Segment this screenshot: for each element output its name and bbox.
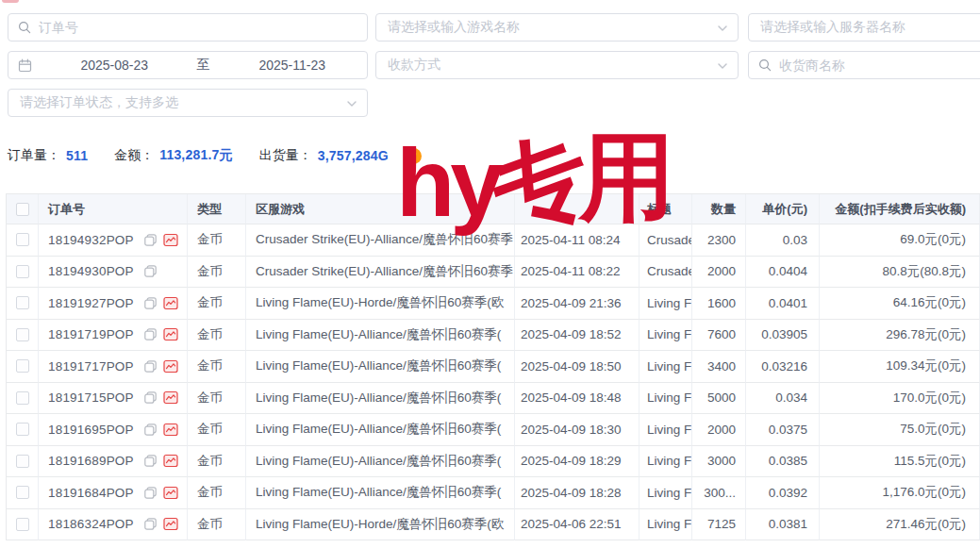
- chevron-down-icon[interactable]: [717, 60, 728, 72]
- copy-icon[interactable]: [143, 327, 158, 341]
- image-icon[interactable]: [163, 233, 178, 247]
- merchant-search-field[interactable]: [779, 58, 980, 73]
- unit-price: 0.0404: [746, 257, 820, 289]
- help-question-icon[interactable]: ?: [406, 148, 422, 164]
- header-order-time: [515, 194, 639, 224]
- copy-icon[interactable]: [143, 517, 158, 531]
- row-checkbox[interactable]: [16, 423, 29, 436]
- order-type: 金币: [188, 446, 246, 478]
- red-smudge-artifact: [2, 0, 19, 3]
- order-time: 2025-04-09 18:28: [515, 477, 639, 509]
- image-icon[interactable]: [163, 517, 178, 531]
- table-row: 18191684POP 金币 Living Flame(EU)-Alliance…: [7, 477, 980, 509]
- amount: 64.16元(0元): [820, 288, 980, 320]
- image-icon[interactable]: [163, 327, 178, 341]
- server-select[interactable]: 请选择或输入服务器名称: [748, 13, 980, 42]
- date-range-separator: 至: [190, 57, 218, 74]
- order-type: 金币: [188, 477, 246, 509]
- header-type: 类型: [188, 194, 246, 224]
- order-number: 18191927POP: [48, 296, 134, 310]
- copy-icon[interactable]: [143, 390, 158, 405]
- image-icon[interactable]: [163, 423, 178, 437]
- unit-price: 0.0392: [746, 477, 820, 509]
- unit-price: 0.0375: [746, 414, 820, 446]
- row-checkbox[interactable]: [16, 391, 29, 405]
- order-time: 2025-04-09 21:36: [515, 288, 639, 320]
- order-status-placeholder: 请选择订单状态，支持多选: [20, 94, 178, 111]
- server-game: Living Flame(EU)-Horde/魔兽怀旧60赛季(欧: [246, 288, 515, 320]
- image-icon[interactable]: [163, 486, 178, 500]
- order-type: 金币: [188, 351, 246, 383]
- row-checkbox[interactable]: [16, 518, 29, 531]
- header-unit-price: 单价(元): [746, 194, 820, 224]
- amount-value: 113,281.7元: [159, 147, 233, 164]
- amount: 69.0元(0元): [820, 224, 980, 257]
- payment-method-select[interactable]: 收款方式: [375, 51, 739, 79]
- row-checkbox[interactable]: [16, 233, 29, 246]
- copy-icon[interactable]: [143, 454, 158, 468]
- copy-icon[interactable]: [143, 233, 158, 247]
- order-title: Living Fl: [639, 414, 692, 446]
- image-icon[interactable]: [163, 454, 178, 468]
- header-title: 标题: [639, 194, 692, 224]
- quantity: 5000: [692, 383, 746, 415]
- game-select[interactable]: 请选择或输入游戏名称: [375, 13, 739, 42]
- copy-icon[interactable]: [143, 296, 158, 310]
- order-number-field[interactable]: [39, 20, 367, 35]
- table-row: 18191717POP 金币 Living Flame(EU)-Alliance…: [7, 351, 980, 383]
- server-game: Living Flame(EU)-Alliance/魔兽怀旧60赛季(: [246, 414, 515, 446]
- header-order-no: 订单号: [39, 194, 188, 224]
- order-time: 2025-04-06 22:51: [515, 509, 639, 541]
- header-server-game: 区服游戏: [246, 194, 515, 224]
- order-type: 金币: [188, 320, 246, 352]
- server-game: Crusader Strike(EU)-Alliance/魔兽怀旧60赛季: [246, 257, 515, 289]
- date-start-value[interactable]: 2025-08-23: [40, 58, 190, 73]
- amount: 271.46元(0元): [820, 509, 980, 541]
- order-type: 金币: [188, 414, 246, 446]
- chevron-down-icon[interactable]: [717, 23, 728, 34]
- row-checkbox[interactable]: [16, 455, 29, 468]
- order-status-select[interactable]: 请选择订单状态，支持多选: [8, 89, 368, 117]
- select-all-checkbox[interactable]: [16, 203, 29, 216]
- copy-icon[interactable]: [143, 486, 158, 500]
- image-icon[interactable]: [163, 359, 178, 374]
- order-number: 18191717POP: [48, 359, 134, 374]
- row-checkbox[interactable]: [16, 486, 29, 499]
- copy-icon[interactable]: [143, 423, 158, 437]
- quantity: 1600: [692, 288, 746, 320]
- order-time: 2025-04-09 18:48: [515, 383, 639, 415]
- quantity: 7125: [692, 509, 746, 541]
- row-checkbox[interactable]: [16, 359, 29, 373]
- search-icon: [18, 21, 31, 34]
- server-game: Living Flame(EU)-Horde/魔兽怀旧60赛季(欧: [246, 509, 515, 541]
- row-checkbox[interactable]: [16, 328, 29, 341]
- row-checkbox[interactable]: [16, 296, 29, 309]
- quantity: 2000: [692, 414, 746, 446]
- unit-price: 0.0401: [746, 288, 820, 320]
- date-range-picker[interactable]: 2025-08-23 至 2025-11-23: [8, 51, 368, 79]
- copy-icon[interactable]: [143, 359, 158, 374]
- order-time: 2025-04-09 18:50: [515, 351, 639, 383]
- order-count-value: 511: [66, 148, 88, 163]
- row-checkbox[interactable]: [16, 265, 29, 278]
- unit-price: 0.0381: [746, 509, 820, 541]
- server-game: Living Flame(EU)-Alliance/魔兽怀旧60赛季(: [246, 351, 515, 383]
- unit-price: 0.034: [746, 383, 820, 415]
- date-end-value[interactable]: 2025-11-23: [218, 58, 368, 73]
- quantity: 2000: [692, 257, 746, 289]
- server-select-placeholder: 请选择或输入服务器名称: [760, 19, 905, 36]
- server-game: Living Flame(EU)-Alliance/魔兽怀旧60赛季(: [246, 320, 515, 352]
- order-number-input[interactable]: [8, 13, 368, 42]
- image-icon[interactable]: [163, 390, 178, 405]
- table-body: 18194932POP 金币 Crusader Strike(EU)-Allia…: [7, 224, 980, 540]
- copy-icon[interactable]: [143, 264, 158, 278]
- image-icon[interactable]: [163, 296, 178, 310]
- table-header-row: 订单号 类型 区服游戏 标题 数量 单价(元) 金额(扣手续费后实收额): [7, 194, 980, 224]
- order-title: Living Fl: [639, 509, 692, 541]
- merchant-search-input[interactable]: [748, 51, 980, 79]
- order-title: Living Fl: [639, 383, 692, 415]
- order-time: 2025-04-11 08:24: [515, 224, 639, 257]
- order-count-label: 订单量：: [8, 147, 60, 164]
- chevron-down-icon[interactable]: [346, 98, 357, 109]
- order-title: Living Fl: [639, 288, 692, 320]
